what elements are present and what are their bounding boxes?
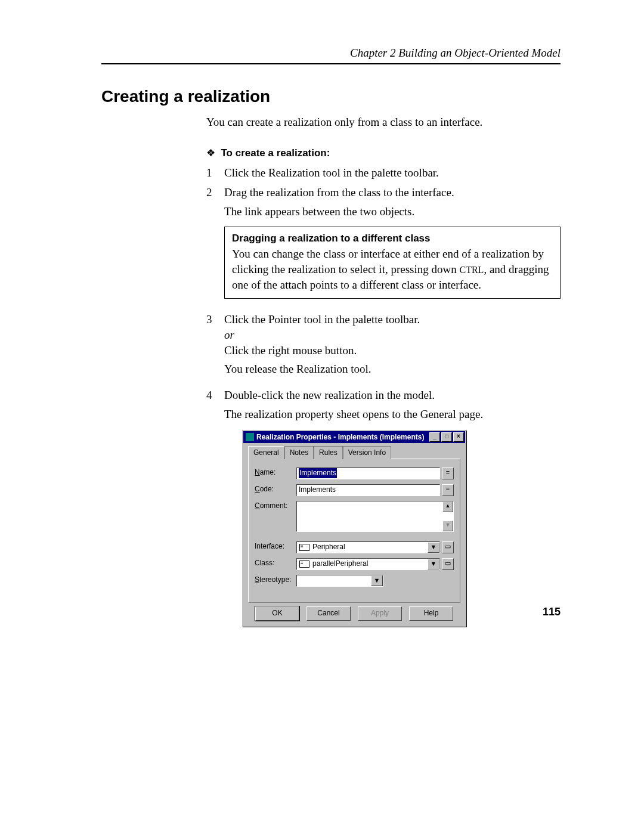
interface-combo[interactable]: ≡ Peripheral ▼ [296, 541, 440, 553]
class-combo[interactable]: ≡ parallelPeripheral ▼ [296, 558, 440, 570]
note-box: Dragging a realization to a different cl… [224, 227, 561, 299]
chapter-line: Chapter 2 Building an Object-Oriented Mo… [350, 47, 561, 59]
apply-button: Apply [358, 606, 402, 621]
maximize-icon[interactable]: □ [441, 432, 452, 442]
ok-button[interactable]: OK [255, 606, 299, 621]
note-title: Dragging a realization to a different cl… [232, 232, 553, 246]
label-stereotype: Stereotype: [255, 575, 296, 584]
chevron-down-icon[interactable]: ▼ [428, 559, 439, 569]
label-class: Class: [255, 558, 296, 568]
tab-general[interactable]: General [248, 446, 284, 459]
code-field[interactable]: Implements [296, 484, 440, 496]
procedure-steps: 1 Click the Realization tool in the pale… [206, 165, 561, 627]
class-browse-button[interactable]: ▭ [442, 558, 454, 570]
dialog-window: Realization Properties - Implements (Imp… [242, 430, 466, 626]
step-text: The link appears between the two objects… [224, 204, 561, 219]
step-text: Drag the realization from the class to t… [224, 185, 561, 200]
page-number: 115 [543, 606, 561, 618]
name-sync-button[interactable]: = [442, 467, 454, 479]
tab-panel-general: Name: Implements = Code: Implements = [248, 459, 460, 603]
step-text: You release the Realization tool. [224, 361, 561, 377]
step-text: Click the Realization tool in the palett… [224, 165, 561, 181]
step-text: Click the Pointer tool in the palette to… [224, 312, 561, 327]
intro-paragraph: You can create a realization only from a… [206, 114, 561, 130]
scroll-up-icon[interactable]: ▲ [442, 501, 453, 512]
note-body: You can change the class or interface at… [232, 246, 553, 292]
interface-browse-button[interactable]: ▭ [442, 541, 454, 553]
chevron-down-icon[interactable]: ▼ [371, 575, 383, 586]
close-icon[interactable]: × [453, 432, 464, 442]
scroll-down-icon: ▼ [442, 521, 453, 531]
step-number: 2 [206, 185, 224, 307]
minimize-icon[interactable]: _ [429, 432, 440, 442]
step-number: 1 [206, 165, 224, 181]
page-header: Chapter 2 Building an Object-Oriented Mo… [101, 47, 561, 64]
step-number: 3 [206, 312, 224, 383]
procedure-heading: To create a realization: [206, 147, 561, 160]
cancel-button[interactable]: Cancel [306, 606, 351, 621]
step-number: 4 [206, 388, 224, 627]
tab-rules[interactable]: Rules [314, 446, 343, 459]
dialog-app-icon [246, 433, 254, 441]
label-comment: Comment: [255, 501, 296, 510]
dialog-button-row: OK Cancel Apply Help [248, 606, 460, 621]
tab-strip: General Notes Rules Version Info [248, 445, 460, 458]
label-interface: Interface: [255, 541, 296, 551]
tab-notes[interactable]: Notes [284, 446, 314, 459]
step-text: Double-click the new realization in the … [224, 388, 561, 403]
class-icon: ≡ [299, 561, 309, 568]
label-code: Code: [255, 484, 296, 494]
stereotype-combo[interactable]: ▼ [296, 575, 383, 587]
code-sync-button[interactable]: = [442, 484, 454, 496]
step-text: The realization property sheet opens to … [224, 407, 561, 422]
step-or: or [224, 327, 561, 343]
help-button[interactable]: Help [409, 606, 453, 621]
chevron-down-icon[interactable]: ▼ [428, 542, 439, 553]
tab-version-info[interactable]: Version Info [343, 446, 391, 459]
dialog-titlebar[interactable]: Realization Properties - Implements (Imp… [243, 431, 465, 443]
interface-icon: ≡ [299, 544, 309, 551]
section-title: Creating a realization [101, 87, 561, 106]
comment-field[interactable]: ▲ ▼ [296, 501, 454, 532]
label-name: Name: [255, 467, 296, 477]
step-text: Click the right mouse button. [224, 343, 561, 358]
dialog-title-text: Realization Properties - Implements (Imp… [256, 432, 428, 442]
name-field[interactable]: Implements [296, 467, 440, 479]
